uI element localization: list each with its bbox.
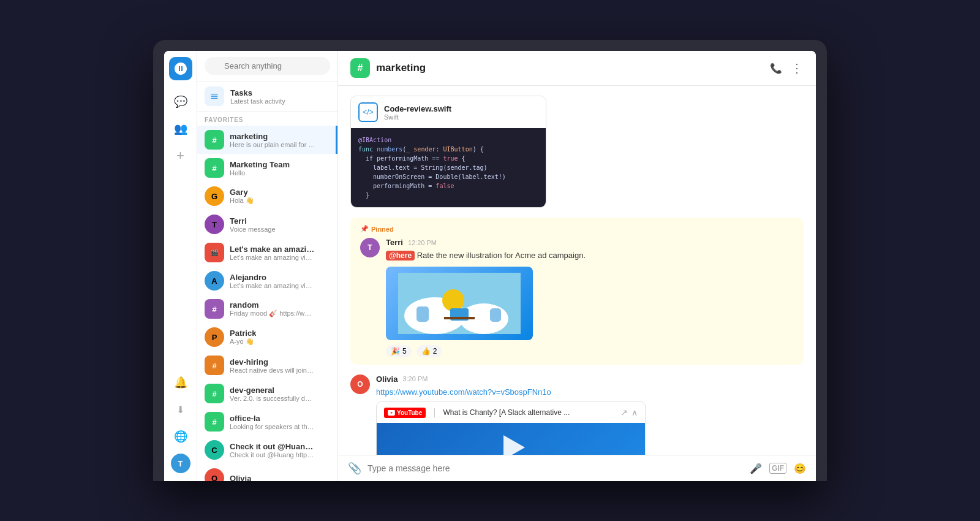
msg-time-terri: 12:20 PM bbox=[408, 239, 437, 246]
channel-item-olivia[interactable]: O Olivia bbox=[197, 464, 337, 481]
channel-icon-marketing-team: # bbox=[205, 158, 224, 178]
channel-text-olivia: Olivia bbox=[230, 474, 251, 482]
input-actions: 🎤 GIF 😊 bbox=[750, 463, 806, 474]
channel-item-office-la[interactable]: # office-la Looking for speakers at the … bbox=[197, 408, 337, 436]
chat-main: # marketing 📞 ⋮ </> Code-review.swift bbox=[338, 51, 816, 481]
msg-time-olivia: 3:20 PM bbox=[402, 375, 428, 382]
add-nav-icon[interactable]: + bbox=[169, 144, 192, 167]
chat-channel-name: marketing bbox=[376, 62, 764, 74]
code-file-icon: </> bbox=[358, 102, 378, 122]
channel-item-check-it-out[interactable]: C Check it out @Huang https... Check it … bbox=[197, 436, 337, 464]
channel-text-dev-hiring: dev-hiring React native devs will join u… bbox=[230, 357, 315, 374]
svg-rect-5 bbox=[490, 308, 501, 322]
msg-meta-terri: Terri 12:20 PM bbox=[386, 238, 794, 247]
emoji-icon[interactable]: 😊 bbox=[794, 463, 806, 474]
reaction-thumbs[interactable]: 👍 2 bbox=[417, 345, 442, 357]
channel-text-office-la: office-la Looking for speakers at the ..… bbox=[230, 414, 315, 430]
msg-author-olivia: Olivia bbox=[376, 375, 398, 384]
channel-text-gary: Gary Hola 👋 bbox=[230, 188, 254, 205]
channel-icon-random: # bbox=[205, 299, 224, 319]
tasks-icon bbox=[205, 86, 224, 106]
app-logo[interactable] bbox=[169, 57, 192, 80]
msg-link-olivia: https://www.youtube.com/watch?v=vSbospFN… bbox=[376, 386, 804, 398]
user-avatar-nav[interactable]: T bbox=[169, 452, 192, 475]
yt-header: YouTube | What is Chanty? [A Slack alter… bbox=[377, 402, 645, 423]
bell-nav-icon[interactable]: 🔔 bbox=[169, 371, 192, 394]
code-preview: @IBAction func numbers(_ sender: UIButto… bbox=[351, 128, 546, 207]
avatar-check: C bbox=[205, 440, 224, 460]
channel-text-random: random Friday mood 🎸 https://www... bbox=[230, 300, 315, 318]
channel-icon-dev-hiring: # bbox=[205, 356, 224, 375]
channel-item-dev-hiring[interactable]: # dev-hiring React native devs will join… bbox=[197, 351, 337, 379]
yt-title: What is Chanty? [A Slack alternative ... bbox=[443, 408, 570, 417]
sidebar-icons: 💬 👥 + 🔔 ⬇ 🌐 T bbox=[164, 51, 197, 481]
channel-item-marketing-team[interactable]: # Marketing Team Hello bbox=[197, 154, 337, 182]
reaction-party[interactable]: 🎉 5 bbox=[386, 345, 412, 357]
channel-list: 🔍 Tasks Latest task activity FAVORITES # bbox=[197, 51, 338, 481]
youtube-link[interactable]: https://www.youtube.com/watch?v=vSbospFN… bbox=[376, 387, 551, 397]
chat-messages: </> Code-review.swift Swift @IBAction fu… bbox=[338, 86, 816, 455]
contacts-nav-icon[interactable]: 👥 bbox=[169, 117, 192, 140]
download-nav-icon[interactable]: ⬇ bbox=[169, 398, 192, 421]
microphone-icon[interactable]: 🎤 bbox=[750, 463, 762, 474]
channel-text-lets-make: Let's make an amazing vid... Let's make … bbox=[230, 245, 315, 261]
file-info: Code-review.swift Swift bbox=[384, 104, 451, 121]
yt-logo: YouTube bbox=[384, 408, 426, 418]
yt-expand-icon[interactable]: ↗ bbox=[620, 408, 628, 417]
channel-text-alejandro: Alejandro Let's make an amazing video... bbox=[230, 273, 315, 289]
yt-actions: ↗ ∧ bbox=[620, 408, 638, 417]
channel-item-alejandro[interactable]: A Alejandro Let's make an amazing video.… bbox=[197, 267, 337, 295]
tasks-item[interactable]: Tasks Latest task activity bbox=[197, 82, 337, 112]
chat-header: # marketing 📞 ⋮ bbox=[338, 51, 816, 86]
globe-nav-icon[interactable]: 🌐 bbox=[169, 425, 192, 448]
avatar-gary: G bbox=[205, 186, 224, 206]
channel-icon-marketing: # bbox=[205, 130, 224, 150]
channel-text-check: Check it out @Huang https... Check it ou… bbox=[230, 442, 315, 458]
pinned-msg-row: T Terri 12:20 PM @here Rate the new illu… bbox=[360, 238, 794, 357]
pinned-message: 📌 Pinned T Terri 12:20 PM @here bbox=[350, 218, 804, 365]
svg-rect-7 bbox=[444, 317, 475, 319]
channel-icon-lets-make: 🎬 bbox=[205, 243, 224, 262]
channel-icon-dev-general: # bbox=[205, 384, 224, 403]
file-attachment[interactable]: </> Code-review.swift Swift @IBAction fu… bbox=[350, 96, 546, 208]
tasks-text: Tasks Latest task activity bbox=[230, 88, 285, 105]
message-input[interactable] bbox=[368, 463, 744, 473]
channel-text-marketing-team: Marketing Team Hello bbox=[230, 160, 290, 177]
mention-here[interactable]: @here bbox=[386, 251, 415, 260]
channel-text-patrick: Patrick A-yo 👋 bbox=[230, 329, 256, 346]
msg-reactions: 🎉 5 👍 2 bbox=[386, 345, 794, 357]
chat-input-area: 📎 🎤 GIF 😊 bbox=[338, 455, 816, 481]
svg-point-3 bbox=[442, 289, 464, 311]
channel-text-marketing: marketing Here is our plain email for ne… bbox=[230, 132, 315, 148]
favorites-label: FAVORITES bbox=[197, 112, 337, 126]
channel-text-dev-general: dev-general Ver. 2.0. is successfully de… bbox=[230, 386, 315, 402]
search-bar: 🔍 bbox=[197, 51, 337, 82]
channel-item-patrick[interactable]: P Patrick A-yo 👋 bbox=[197, 323, 337, 351]
channel-item-terri[interactable]: T Terri Voice message bbox=[197, 210, 337, 238]
avatar-olivia: O bbox=[205, 468, 224, 481]
yt-collapse-icon[interactable]: ∧ bbox=[631, 408, 638, 417]
chat-header-icon: # bbox=[350, 58, 370, 78]
youtube-embed[interactable]: YouTube | What is Chanty? [A Slack alter… bbox=[376, 401, 646, 455]
chat-nav-icon[interactable]: 💬 bbox=[169, 90, 192, 113]
channel-item-gary[interactable]: G Gary Hola 👋 bbox=[197, 182, 337, 210]
msg-avatar-terri: T bbox=[360, 238, 380, 257]
channel-item-dev-general[interactable]: # dev-general Ver. 2.0. is successfully … bbox=[197, 379, 337, 408]
call-icon[interactable]: 📞 bbox=[770, 63, 782, 74]
channel-item-random[interactable]: # random Friday mood 🎸 https://www... bbox=[197, 295, 337, 323]
yt-brand: YouTube | What is Chanty? [A Slack alter… bbox=[384, 407, 570, 418]
channel-text-terri: Terri Voice message bbox=[230, 216, 276, 233]
header-actions: 📞 ⋮ bbox=[770, 61, 804, 75]
channel-item-marketing[interactable]: # marketing Here is our plain email for … bbox=[197, 126, 337, 154]
yt-thumbnail[interactable] bbox=[377, 423, 645, 455]
channel-icon-office-la: # bbox=[205, 412, 224, 432]
attach-icon[interactable]: 📎 bbox=[348, 462, 361, 475]
msg-content-olivia: Olivia 3:20 PM https://www.youtube.com/w… bbox=[376, 375, 804, 455]
channel-item-lets-make[interactable]: 🎬 Let's make an amazing vid... Let's mak… bbox=[197, 238, 337, 267]
avatar-alejandro: A bbox=[205, 271, 224, 291]
avatar-terri: T bbox=[205, 215, 224, 234]
msg-row-olivia: O Olivia 3:20 PM https://www.youtube.com… bbox=[350, 375, 804, 455]
more-options-icon[interactable]: ⋮ bbox=[791, 61, 804, 75]
search-input[interactable] bbox=[205, 57, 330, 75]
gif-icon[interactable]: GIF bbox=[769, 463, 786, 474]
